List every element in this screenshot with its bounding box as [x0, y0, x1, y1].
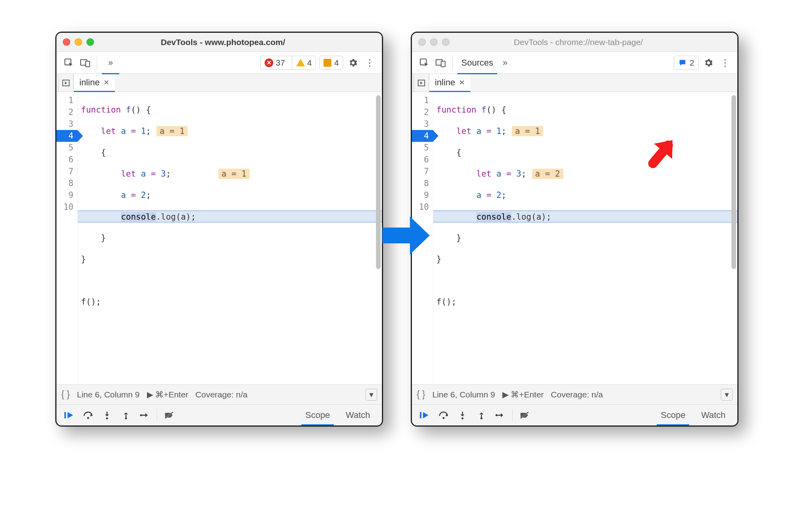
line-number[interactable]: 2: [56, 106, 73, 118]
window-title: DevTools - www.photopea.com/: [98, 38, 348, 47]
code-line: {: [436, 147, 737, 158]
separator: [157, 409, 157, 422]
resume-icon[interactable]: [60, 407, 78, 423]
step-over-icon[interactable]: [79, 407, 97, 423]
deactivate-breakpoints-icon[interactable]: [516, 407, 533, 423]
token-highlight: console: [476, 212, 511, 222]
close-tab-icon[interactable]: ✕: [103, 78, 109, 87]
settings-icon[interactable]: [346, 56, 360, 70]
line-number[interactable]: 3: [56, 118, 73, 130]
devtools-window-right: DevTools - chrome://new-tab-page/ Source…: [411, 32, 739, 427]
inline-value-hint: a = 1: [512, 126, 543, 136]
line-gutter[interactable]: 1 2 3 4 5 6 7 8 9 10: [56, 92, 78, 384]
close-traffic-light[interactable]: [63, 38, 70, 46]
step-into-icon[interactable]: [454, 407, 471, 423]
close-traffic-light[interactable]: [418, 38, 426, 46]
inspect-icon[interactable]: [417, 56, 431, 70]
step-out-icon[interactable]: [473, 407, 490, 423]
step-icon[interactable]: [136, 407, 154, 423]
scrollbar[interactable]: [731, 95, 736, 269]
more-options-icon[interactable]: ⋮: [718, 56, 732, 70]
execution-line-marker[interactable]: 4: [412, 130, 433, 142]
more-tabs-icon[interactable]: »: [500, 58, 510, 68]
close-tab-icon[interactable]: ✕: [459, 78, 465, 87]
line-number[interactable]: 9: [412, 189, 429, 201]
line-number[interactable]: 1: [56, 94, 73, 106]
console-counts[interactable]: ✕ 37 4: [260, 56, 316, 70]
device-toggle-icon[interactable]: [434, 56, 447, 70]
line-number[interactable]: 6: [56, 154, 73, 166]
warning-icon: [296, 59, 305, 66]
editor[interactable]: 1 2 3 4 5 6 7 8 9 10 function f() { let …: [56, 92, 382, 384]
active-panel-indicator[interactable]: »: [102, 52, 119, 74]
dropdown-icon[interactable]: ▾: [365, 389, 377, 401]
line-number[interactable]: 2: [412, 106, 429, 118]
deactivate-breakpoints-icon[interactable]: [160, 407, 178, 423]
error-count[interactable]: ✕ 37: [261, 56, 289, 70]
svg-point-15: [462, 417, 464, 419]
navigator-toggle-icon[interactable]: [58, 74, 74, 92]
navigator-toggle-icon[interactable]: [414, 74, 429, 92]
code-line: let a = 1;a = 1: [81, 125, 382, 137]
more-options-icon[interactable]: ⋮: [363, 56, 376, 70]
warning-count[interactable]: 4: [292, 56, 316, 70]
watch-tab[interactable]: Watch: [693, 405, 733, 425]
inline-value-hint: a = 1: [156, 126, 188, 136]
step-over-icon[interactable]: [435, 407, 452, 423]
window-title: DevTools - chrome://new-tab-page/: [454, 38, 703, 47]
line-number[interactable]: 10: [56, 201, 73, 213]
step-icon[interactable]: [492, 407, 509, 423]
resume-icon[interactable]: [416, 407, 433, 423]
run-snippet[interactable]: ▶ ⌘+Enter: [502, 390, 544, 399]
watch-tab[interactable]: Watch: [338, 405, 378, 425]
line-number[interactable]: 8: [56, 177, 73, 189]
main-toolbar: » ✕ 37 4 4 ⋮: [56, 52, 382, 74]
code-line: let a = 3;a = 2: [436, 168, 737, 180]
pretty-print-icon[interactable]: { }: [61, 389, 70, 400]
line-number[interactable]: 5: [56, 142, 73, 154]
file-tab-row: inline ✕: [412, 74, 737, 92]
editor[interactable]: 1 2 3 4 5 6 7 8 9 10 function f() { let …: [412, 92, 737, 384]
code-line: }: [81, 232, 382, 244]
line-number[interactable]: 5: [412, 142, 429, 154]
callout-arrow-icon: [641, 130, 685, 173]
minimize-traffic-light[interactable]: [75, 38, 82, 46]
coverage-status[interactable]: Coverage: n/a: [195, 390, 248, 399]
svg-point-14: [443, 417, 445, 419]
file-tab-inline[interactable]: inline ✕: [429, 74, 470, 92]
messages-count[interactable]: 2: [674, 56, 699, 70]
minimize-traffic-light[interactable]: [430, 38, 438, 46]
debugger-side-tabs: Scope Watch: [297, 405, 378, 425]
code-line: }: [81, 253, 382, 265]
sources-tab[interactable]: Sources: [457, 52, 497, 74]
line-number[interactable]: 3: [412, 118, 429, 130]
file-tab-inline[interactable]: inline ✕: [74, 74, 115, 92]
line-number[interactable]: 1: [412, 94, 429, 106]
pretty-print-icon[interactable]: { }: [417, 389, 425, 400]
main-toolbar: Sources » 2 ⋮: [412, 52, 737, 74]
scope-tab[interactable]: Scope: [297, 405, 338, 425]
scope-tab[interactable]: Scope: [653, 405, 693, 425]
step-out-icon[interactable]: [117, 407, 135, 423]
coverage-status[interactable]: Coverage: n/a: [551, 390, 603, 399]
inspect-icon[interactable]: [62, 56, 75, 70]
code-area[interactable]: function f() { let a = 1;a = 1 { let a =…: [433, 92, 737, 384]
issues-count[interactable]: 4: [319, 56, 343, 70]
more-tabs-icon[interactable]: »: [106, 58, 115, 68]
line-number[interactable]: 7: [56, 166, 73, 177]
device-toggle-icon[interactable]: [79, 56, 92, 70]
code-line: let a = 3;a = 1: [81, 168, 382, 180]
line-number[interactable]: 6: [412, 154, 429, 166]
step-into-icon[interactable]: [98, 407, 116, 423]
cursor-position: Line 6, Column 9: [77, 390, 140, 399]
line-number[interactable]: 9: [56, 189, 73, 201]
run-snippet[interactable]: ▶ ⌘+Enter: [147, 390, 188, 399]
line-number[interactable]: 7: [412, 166, 429, 177]
zoom-traffic-light[interactable]: [86, 38, 94, 46]
settings-icon[interactable]: [702, 56, 715, 70]
code-area[interactable]: function f() { let a = 1;a = 1 { let a =…: [78, 92, 382, 384]
dropdown-icon[interactable]: ▾: [721, 389, 733, 401]
execution-line-marker[interactable]: 4: [56, 130, 77, 142]
zoom-traffic-light[interactable]: [442, 38, 449, 46]
line-number[interactable]: 8: [412, 177, 429, 189]
